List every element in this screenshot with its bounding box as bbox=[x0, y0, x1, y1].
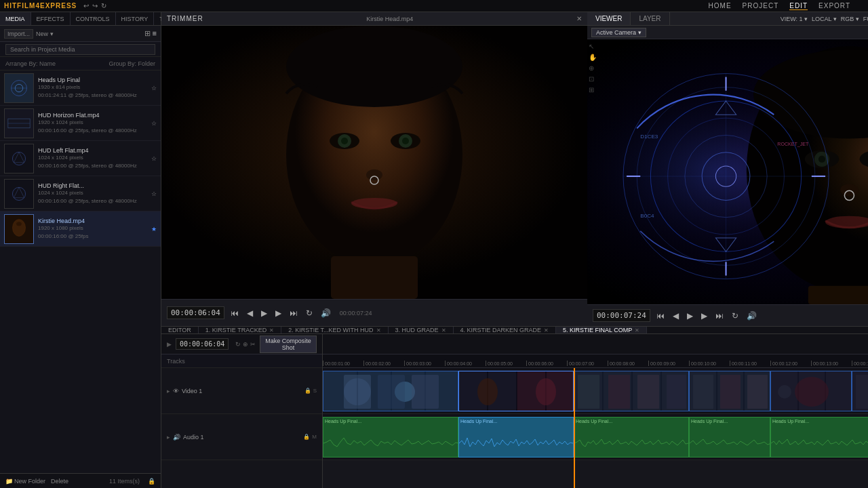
nav-home[interactable]: HOME bbox=[709, 2, 732, 10]
video-clip[interactable]: Heads Up Final... bbox=[458, 371, 574, 411]
search-input[interactable] bbox=[5, 44, 155, 55]
list-item[interactable]: HUD Right Flat... 1024 x 1024 pixels 00:… bbox=[0, 176, 161, 211]
tab-close-btn[interactable]: ✕ bbox=[376, 327, 381, 333]
viewer-options: VIEW: 1 ▾ LOCAL ▾ RGB ▾ FULL ▾ OPTIONS ▾ bbox=[775, 16, 868, 22]
video-clip[interactable]: Heads Up Final... bbox=[689, 371, 770, 411]
transform-tool-icon[interactable]: ⊞ bbox=[589, 86, 597, 94]
loop-btn[interactable]: ↻ bbox=[304, 307, 315, 319]
track-lock-icon[interactable]: 🔒 bbox=[303, 434, 310, 440]
crop-tool-icon[interactable]: ⊡ bbox=[589, 75, 597, 83]
svg-point-80 bbox=[477, 378, 498, 405]
svg-point-24 bbox=[402, 138, 409, 144]
play-to-end-btn[interactable]: ⏭ bbox=[288, 307, 300, 319]
play-button[interactable]: ▶ bbox=[259, 307, 269, 319]
refresh-icon[interactable]: ↻ bbox=[101, 2, 106, 9]
tab-kirstie-final[interactable]: 5. KIRSTIE FINAL COMP ✕ bbox=[556, 327, 647, 333]
tab-kirstie-hud[interactable]: 2. KIRSTIE T...KED WITH HUD ✕ bbox=[281, 327, 388, 333]
viewer-loop-btn[interactable]: ↻ bbox=[730, 310, 741, 322]
full-dropdown[interactable]: FULL ▾ bbox=[863, 16, 868, 22]
track-lock-icon[interactable]: 🔒 bbox=[304, 388, 311, 394]
video-clip[interactable]: Heads Up Final... bbox=[852, 371, 868, 411]
delete-button[interactable]: Delete bbox=[51, 478, 68, 485]
list-view-icon[interactable]: ≡ bbox=[153, 29, 157, 38]
item-options-icon[interactable]: ☆ bbox=[151, 155, 157, 162]
pointer-tool-icon[interactable]: ↖ bbox=[589, 43, 597, 50]
active-camera-button[interactable]: Active Camera ▾ bbox=[591, 28, 646, 37]
tab-close-btn[interactable]: ✕ bbox=[269, 327, 274, 333]
list-item[interactable]: HUD Left Flat.mp4 1024 x 1024 pixels 00:… bbox=[0, 141, 161, 176]
tab-close-btn[interactable]: ✕ bbox=[441, 327, 446, 333]
video-clip[interactable]: Heads Up Final... bbox=[770, 371, 852, 411]
audio-clip[interactable]: Heads Up Final... bbox=[323, 417, 458, 458]
view-1-dropdown[interactable]: VIEW: 1 ▾ bbox=[781, 16, 808, 22]
media-name: HUD Left Flat.mp4 bbox=[38, 147, 147, 154]
tl-ctrl-btn-3[interactable]: ✂ bbox=[250, 341, 256, 348]
audio-clip[interactable]: Heads Up Final... bbox=[770, 417, 868, 458]
video-clip[interactable]: Heads Up Final... bbox=[574, 371, 689, 411]
panel-tabs: MEDIA EFFECTS CONTROLS HISTORY TEXT ✕ bbox=[0, 12, 161, 26]
nav-project[interactable]: PROJECT bbox=[743, 2, 779, 10]
track-speaker-icon[interactable]: 🔊 bbox=[173, 434, 180, 441]
tab-viewer[interactable]: VIEWER bbox=[587, 12, 631, 25]
nav-edit[interactable]: EDIT bbox=[789, 2, 808, 10]
tl-ctrl-btn-1[interactable]: ↻ bbox=[235, 341, 241, 348]
volume-btn[interactable]: 🔊 bbox=[319, 307, 333, 319]
track-expand-icon[interactable]: ▸ bbox=[167, 434, 170, 441]
tab-close-btn[interactable]: ✕ bbox=[635, 327, 639, 333]
tab-editor[interactable]: EDITOR bbox=[161, 327, 199, 333]
lock-icon[interactable]: 🔒 bbox=[148, 478, 155, 485]
tab-media[interactable]: MEDIA bbox=[0, 12, 31, 25]
rgb-dropdown[interactable]: RGB ▾ bbox=[841, 16, 859, 22]
list-item[interactable]: HUD Horizon Flat.mp4 1920 x 1024 pixels … bbox=[0, 106, 161, 141]
viewer-next-btn[interactable]: ⏭ bbox=[713, 310, 726, 322]
item-options-icon[interactable]: ☆ bbox=[151, 190, 157, 197]
new-dropdown[interactable]: New ▾ bbox=[36, 30, 54, 37]
hand-tool-icon[interactable]: ✋ bbox=[589, 54, 597, 61]
tab-history[interactable]: HISTORY bbox=[116, 12, 155, 25]
tab-kirstie-tracked[interactable]: 1. KIRSTIE TRACKED ✕ bbox=[199, 327, 281, 333]
grid-view-icon[interactable]: ⊞ bbox=[144, 29, 151, 38]
audio-clip[interactable]: Heads Up Final... bbox=[574, 417, 689, 458]
video-clip[interactable]: Heads Up Final... bbox=[323, 371, 458, 411]
tl-ctrl-btn-2[interactable]: ⊕ bbox=[243, 341, 248, 348]
track-expand-icon[interactable]: ▸ bbox=[167, 388, 170, 394]
viewer-play-btn[interactable]: ▶ bbox=[685, 310, 695, 322]
track-eye-icon[interactable]: 👁 bbox=[173, 388, 179, 394]
tl-play-icon[interactable]: ▶ bbox=[167, 341, 172, 348]
track-solo-icon[interactable]: S bbox=[313, 388, 317, 394]
svg-point-23 bbox=[341, 138, 348, 144]
make-composite-button[interactable]: Make Composite Shot bbox=[260, 336, 317, 353]
item-options-icon[interactable]: ★ bbox=[151, 226, 157, 232]
tab-layer[interactable]: LAYER bbox=[631, 12, 669, 25]
undo-icon[interactable]: ↩ bbox=[83, 2, 89, 9]
list-item[interactable]: Kirstie Head.mp4 1920 x 1080 pixels 00:0… bbox=[0, 211, 161, 247]
playhead[interactable] bbox=[574, 368, 575, 488]
local-dropdown[interactable]: LOCAL ▾ bbox=[812, 16, 837, 22]
tab-kirstie-darken[interactable]: 4. KIRSTIE DARKEN GRADE ✕ bbox=[454, 327, 557, 333]
item-options-icon[interactable]: ☆ bbox=[151, 120, 157, 127]
list-item[interactable]: Heads Up Final 1920 x 814 pixels 00:01:2… bbox=[0, 70, 161, 106]
tab-hud-grade[interactable]: 3. HUD GRADE ✕ bbox=[389, 327, 454, 333]
viewer-prev-btn[interactable]: ⏮ bbox=[654, 310, 667, 322]
redo-icon[interactable]: ↪ bbox=[92, 2, 98, 9]
tab-close-btn[interactable]: ✕ bbox=[544, 327, 549, 333]
viewer-step-fwd-btn[interactable]: ▶ bbox=[699, 310, 709, 322]
tab-controls[interactable]: CONTROLS bbox=[71, 12, 116, 25]
audio-clip[interactable]: Heads Up Final... bbox=[458, 417, 574, 458]
tab-effects[interactable]: EFFECTS bbox=[31, 12, 71, 25]
import-button[interactable]: Import... bbox=[4, 29, 33, 39]
zoom-tool-icon[interactable]: ⊕ bbox=[589, 64, 597, 72]
step-back-btn[interactable]: ◀ bbox=[245, 307, 255, 319]
step-forward-btn[interactable]: ▶ bbox=[273, 307, 283, 319]
viewer-step-back-btn[interactable]: ◀ bbox=[671, 310, 681, 322]
new-folder-button[interactable]: 📁 New Folder bbox=[5, 478, 45, 485]
trimmer-timecode: 00:00:06:04 bbox=[167, 306, 224, 319]
timeline-ruler[interactable]: 00:00:01:00 00:00:02:00 00:00:03:00 00:0… bbox=[323, 354, 868, 368]
item-options-icon[interactable]: ☆ bbox=[151, 85, 157, 92]
audio-clip[interactable]: Heads Up Final... bbox=[689, 417, 770, 458]
trimmer-close-btn[interactable]: ✕ bbox=[576, 15, 582, 22]
play-to-start-btn[interactable]: ⏮ bbox=[229, 307, 241, 319]
nav-export[interactable]: EXPORT bbox=[818, 2, 850, 10]
track-mute-icon[interactable]: M bbox=[312, 434, 317, 440]
viewer-volume-btn[interactable]: 🔊 bbox=[745, 310, 759, 322]
